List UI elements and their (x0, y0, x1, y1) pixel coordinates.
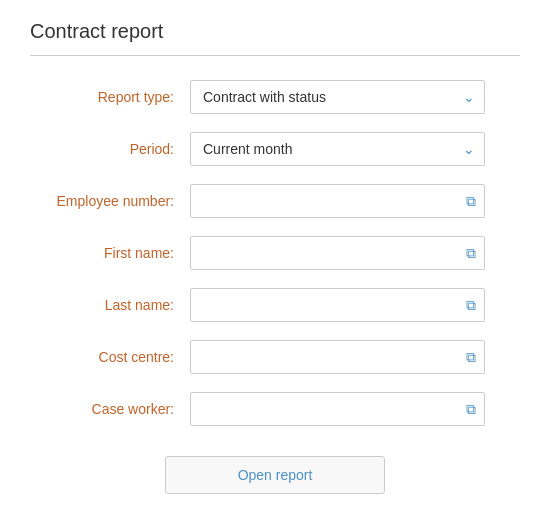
employee-number-label: Employee number: (30, 193, 190, 209)
last-name-copy-icon[interactable]: ⧉ (458, 291, 484, 320)
employee-number-input[interactable] (191, 185, 458, 217)
case-worker-input-wrapper: ⧉ (190, 392, 485, 426)
case-worker-copy-icon[interactable]: ⧉ (458, 395, 484, 424)
period-select[interactable]: Current month Last month Current year Cu… (190, 132, 485, 166)
last-name-input[interactable] (191, 289, 458, 321)
first-name-input[interactable] (191, 237, 458, 269)
first-name-input-wrapper: ⧉ (190, 236, 485, 270)
last-name-row: Last name: ⧉ (30, 288, 520, 322)
first-name-label: First name: (30, 245, 190, 261)
cost-centre-control: ⧉ (190, 340, 520, 374)
report-type-select[interactable]: Contract with status Contract list Contr… (190, 80, 485, 114)
employee-number-input-wrapper: ⧉ (190, 184, 485, 218)
employee-number-control: ⧉ (190, 184, 520, 218)
cost-centre-input[interactable] (191, 341, 458, 373)
last-name-control: ⧉ (190, 288, 520, 322)
report-type-label: Report type: (30, 89, 190, 105)
last-name-input-wrapper: ⧉ (190, 288, 485, 322)
period-label: Period: (30, 141, 190, 157)
case-worker-input[interactable] (191, 393, 458, 425)
cost-centre-input-wrapper: ⧉ (190, 340, 485, 374)
case-worker-label: Case worker: (30, 401, 190, 417)
report-type-row: Report type: Contract with status Contra… (30, 80, 520, 114)
first-name-row: First name: ⧉ (30, 236, 520, 270)
period-select-wrapper: Current month Last month Current year Cu… (190, 132, 485, 166)
page-title: Contract report (30, 20, 520, 56)
page-container: Contract report Report type: Contract wi… (0, 0, 550, 510)
case-worker-row: Case worker: ⧉ (30, 392, 520, 426)
report-type-control: Contract with status Contract list Contr… (190, 80, 520, 114)
employee-number-copy-icon[interactable]: ⧉ (458, 187, 484, 216)
cost-centre-label: Cost centre: (30, 349, 190, 365)
first-name-control: ⧉ (190, 236, 520, 270)
period-row: Period: Current month Last month Current… (30, 132, 520, 166)
cost-centre-row: Cost centre: ⧉ (30, 340, 520, 374)
period-control: Current month Last month Current year Cu… (190, 132, 520, 166)
open-report-button[interactable]: Open report (165, 456, 385, 494)
cost-centre-copy-icon[interactable]: ⧉ (458, 343, 484, 372)
report-type-select-wrapper: Contract with status Contract list Contr… (190, 80, 485, 114)
employee-number-row: Employee number: ⧉ (30, 184, 520, 218)
case-worker-control: ⧉ (190, 392, 520, 426)
first-name-copy-icon[interactable]: ⧉ (458, 239, 484, 268)
last-name-label: Last name: (30, 297, 190, 313)
